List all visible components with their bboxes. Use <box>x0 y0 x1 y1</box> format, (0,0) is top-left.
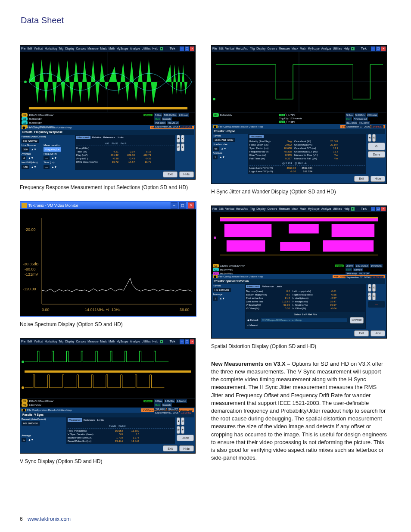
window-titlebar[interactable]: Tektronix - VM Video Monitor – □ × <box>20 202 196 209</box>
menu-item[interactable]: MyScope <box>308 207 320 211</box>
line-value[interactable]: 350 <box>22 147 29 152</box>
cross-button[interactable]: ✕ <box>372 284 376 292</box>
hide-button[interactable]: Hide <box>179 171 194 177</box>
menu-item[interactable]: MyScope <box>117 47 128 51</box>
tab-reference[interactable]: Reference <box>84 418 96 422</box>
exit-button[interactable]: Exit <box>354 330 369 336</box>
menu-item[interactable]: Edit <box>27 47 32 51</box>
close-icon[interactable]: × <box>381 207 386 211</box>
help-dropdown-icon[interactable]: ▾ <box>160 47 163 51</box>
menu-item[interactable]: Measure <box>279 47 290 51</box>
minimize-icon[interactable]: – <box>171 202 177 209</box>
menu-item[interactable]: Help <box>153 47 158 51</box>
time-value[interactable]: — <box>44 165 50 169</box>
refresh-button[interactable]: ⟳ <box>368 143 385 150</box>
browse-button[interactable]: Browse <box>350 317 364 324</box>
menu-item[interactable]: Utilities <box>142 47 151 51</box>
done-button[interactable]: Done <box>368 151 385 158</box>
line-value[interactable]: 66 <box>213 146 219 151</box>
stepper-icon[interactable]: ▲▼ <box>28 438 34 441</box>
cross-button[interactable]: ✕ <box>181 135 184 143</box>
minimize-icon[interactable]: – <box>180 47 184 51</box>
menu-item[interactable]: Analyze <box>130 340 140 344</box>
bw-value[interactable]: 100 <box>22 165 29 169</box>
menu-item[interactable]: Help <box>153 340 158 344</box>
sparkle-button[interactable]: ✦ <box>372 292 376 300</box>
tab-limits[interactable]: Limits <box>275 285 282 288</box>
minimize-icon[interactable]: – <box>180 339 184 344</box>
menu-item[interactable]: Math <box>300 207 306 211</box>
tab-measured[interactable]: Measured <box>246 285 260 288</box>
avg-value[interactable]: 1 <box>213 296 218 301</box>
tab-reference[interactable]: Reference <box>103 136 115 139</box>
maximize-icon[interactable]: □ <box>185 339 189 344</box>
menu-item[interactable]: File <box>21 47 25 51</box>
hide-button[interactable]: Hide <box>371 330 385 336</box>
minimize-icon[interactable]: – <box>371 47 375 51</box>
maximize-icon[interactable]: □ <box>376 207 380 211</box>
stepper-icon[interactable]: ▲▼ <box>219 156 225 159</box>
exit-button[interactable]: Exit <box>163 171 177 177</box>
tab-measured[interactable]: Measured <box>68 418 82 422</box>
menu-item[interactable]: Trig <box>250 47 255 51</box>
radio-default[interactable]: ◉ Default <box>247 318 258 322</box>
star-button[interactable]: ★ <box>368 284 371 292</box>
menu-item[interactable]: Vertical <box>34 340 43 344</box>
menu-item[interactable]: Math <box>300 47 306 51</box>
menu-item[interactable]: Analyze <box>321 47 331 51</box>
help-dropdown-icon[interactable]: ▾ <box>160 340 163 344</box>
close-icon[interactable]: × <box>381 47 386 51</box>
freq-value[interactable]: — <box>44 156 50 160</box>
menu-item[interactable]: Vertical <box>225 47 234 51</box>
menu-item[interactable]: Edit <box>27 340 32 344</box>
help-dropdown-icon[interactable]: ▾ <box>351 47 355 51</box>
file-path-field[interactable]: C:\VMApps\SDIMeasurement.bmp <box>261 318 347 322</box>
menu-item[interactable]: Horiz/Acq <box>236 207 248 211</box>
stepper-icon[interactable]: ▲▼ <box>31 165 37 168</box>
stepper-icon[interactable]: ▲▼ <box>219 297 225 300</box>
exit-button[interactable]: Exit <box>354 176 369 182</box>
avg-value[interactable]: 1 <box>213 155 218 159</box>
done-button[interactable]: Done <box>177 435 194 441</box>
stepper-icon[interactable]: ▲▼ <box>28 156 34 159</box>
menu-item[interactable]: Cursors <box>267 47 277 51</box>
maximize-icon[interactable]: □ <box>185 47 189 51</box>
menu-item[interactable]: Analyze <box>321 207 331 211</box>
hide-button[interactable]: Hide <box>179 445 194 451</box>
sparkle-button[interactable]: ✦ <box>181 143 184 151</box>
menu-item[interactable]: Display <box>65 340 74 344</box>
menu-item[interactable]: MyScope <box>117 340 128 344</box>
stepper-icon[interactable]: ▲▼ <box>51 165 57 168</box>
star-button[interactable]: ★ <box>177 135 180 143</box>
avg-value[interactable]: 4 <box>22 156 26 160</box>
stepper-icon[interactable]: ▲▼ <box>51 156 57 159</box>
avg-value[interactable]: 1 <box>22 438 26 442</box>
menu-item[interactable]: Mask <box>292 47 299 51</box>
menu-item[interactable]: Mask <box>100 340 107 344</box>
refresh-button[interactable]: ⟳ <box>177 143 180 151</box>
menu-item[interactable]: Measure <box>87 47 98 51</box>
menu-item[interactable]: Display <box>65 47 74 51</box>
menu-item[interactable]: Vertical <box>225 207 234 211</box>
maximize-icon[interactable]: □ <box>376 47 380 51</box>
tab-measured[interactable]: Measured <box>249 135 264 138</box>
menu-item[interactable]: Cursors <box>76 340 86 344</box>
stepper-icon[interactable]: ▲▼ <box>31 148 37 151</box>
menu-item[interactable]: Trig <box>250 207 255 211</box>
menu-item[interactable]: Help <box>344 207 349 211</box>
menu-item[interactable]: Math <box>109 47 115 51</box>
tab-limits[interactable]: Limits <box>117 136 124 139</box>
help-dropdown-icon[interactable]: ▾ <box>351 207 355 211</box>
menu-item[interactable]: Mask <box>292 207 299 211</box>
menu-item[interactable]: Cursors <box>267 207 277 211</box>
menu-item[interactable]: Edit <box>218 207 223 211</box>
cross-button[interactable]: ✕ <box>372 134 376 142</box>
menu-item[interactable]: Utilities <box>142 340 151 344</box>
menu-item[interactable]: Measure <box>279 207 290 211</box>
tab-relative[interactable]: Relative <box>92 136 102 139</box>
maximize-icon[interactable]: □ <box>179 202 186 209</box>
loc-select[interactable]: Flag # A,B ▾ <box>44 147 61 152</box>
menu-item[interactable]: Vertical <box>34 47 43 51</box>
menu-item[interactable]: Display <box>256 207 265 211</box>
menu-item[interactable]: Measure <box>87 340 98 344</box>
